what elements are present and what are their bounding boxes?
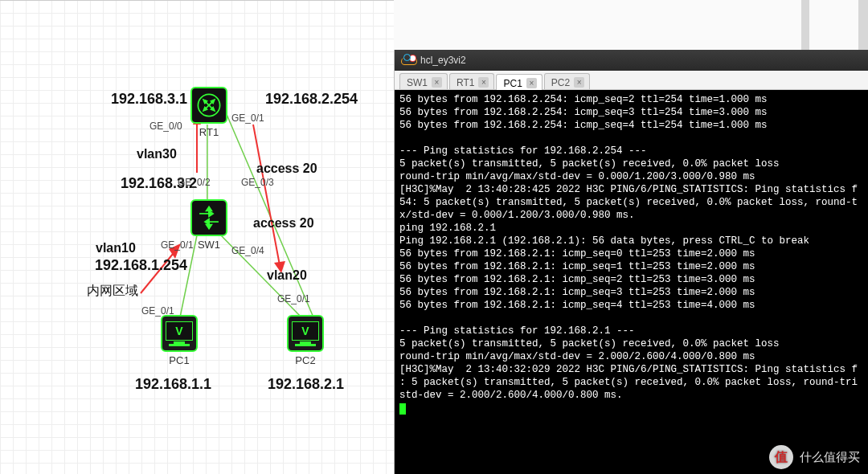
decor-bar — [858, 0, 868, 50]
node-caption: PC2 — [285, 354, 326, 366]
tag-vlan10: vlan10 — [96, 241, 136, 255]
port-sw1-ge03: GE_0/3 — [241, 177, 274, 188]
ip-label-rt1-right: 192.168.2.254 — [265, 91, 358, 108]
port-sw1-ge01: GE_0/1 — [161, 239, 194, 251]
ip-label-rt1-left: 192.168.3.1 — [111, 91, 187, 108]
close-icon[interactable]: × — [574, 77, 584, 88]
port-pc1-ge01: GE_0/1 — [141, 305, 174, 317]
node-caption: PC1 — [159, 354, 199, 366]
node-caption: RT1 — [189, 126, 229, 138]
tab-pc1[interactable]: PC1× — [496, 74, 542, 90]
window-titlebar[interactable]: hcl_ey3vi2 — [395, 50, 868, 71]
switch-icon — [190, 199, 227, 236]
watermark-badge-icon: 值 — [769, 445, 793, 469]
node-pc1[interactable]: V PC1 — [159, 315, 199, 366]
svg-marker-19 — [207, 206, 212, 210]
ip-label-sw1-left: 192.168.1.254 — [95, 257, 187, 274]
topology-canvas[interactable]: RT1 SW1 V PC1 V PC2 192.168.3.1 — [0, 0, 394, 474]
tab-pc2[interactable]: PC2× — [544, 73, 590, 89]
watermark-text: 什么值得买 — [800, 450, 860, 465]
tag-inner-net: 内网区域 — [87, 283, 138, 300]
app-logo-icon — [401, 55, 416, 65]
port-sw1-ge02: GE_0/2 — [178, 177, 211, 188]
terminal-output[interactable]: 56 bytes from 192.168.2.254: icmp_seq=2 … — [395, 90, 868, 474]
tab-label: SW1 — [407, 77, 428, 88]
terminal-window: hcl_ey3vi2 SW1× RT1× PC1× PC2× 56 bytes … — [394, 50, 868, 474]
port-sw1-ge04: GE_0/4 — [231, 245, 264, 256]
tab-label: RT1 — [457, 77, 474, 88]
tag-access20b: access 20 — [253, 216, 314, 231]
close-icon[interactable]: × — [478, 77, 489, 88]
pc-icon: V — [161, 315, 198, 352]
port-rt1-ge00: GE_0/0 — [149, 121, 182, 132]
node-rt1[interactable]: RT1 — [189, 87, 229, 138]
close-icon[interactable]: × — [526, 78, 537, 88]
tab-label: PC1 — [503, 78, 522, 89]
ip-label-pc1: 192.168.1.1 — [135, 376, 211, 393]
tag-access20a: access 20 — [256, 161, 317, 176]
node-caption: SW1 — [189, 239, 229, 251]
port-rt1-ge01: GE_0/1 — [231, 112, 264, 124]
svg-line-1 — [226, 112, 313, 317]
window-title: hcl_ey3vi2 — [420, 55, 466, 66]
tab-sw1[interactable]: SW1× — [399, 73, 448, 89]
tab-rt1[interactable]: RT1× — [449, 73, 494, 89]
tab-label: PC2 — [551, 77, 570, 88]
tag-vlan30: vlan30 — [137, 147, 177, 161]
close-icon[interactable]: × — [432, 77, 442, 88]
svg-marker-21 — [207, 225, 212, 229]
ip-label-pc2: 192.168.2.1 — [268, 376, 344, 393]
node-pc2[interactable]: V PC2 — [285, 315, 326, 366]
router-icon — [190, 87, 227, 124]
node-sw1[interactable]: SW1 — [189, 199, 229, 251]
decor-bar — [801, 0, 809, 50]
tab-strip: SW1× RT1× PC1× PC2× — [395, 71, 868, 90]
watermark: 值 什么值得买 — [769, 445, 860, 469]
tag-vlan20: vlan20 — [267, 268, 307, 283]
pc-icon: V — [287, 315, 324, 352]
port-pc2-ge01: GE_0/1 — [277, 293, 310, 304]
